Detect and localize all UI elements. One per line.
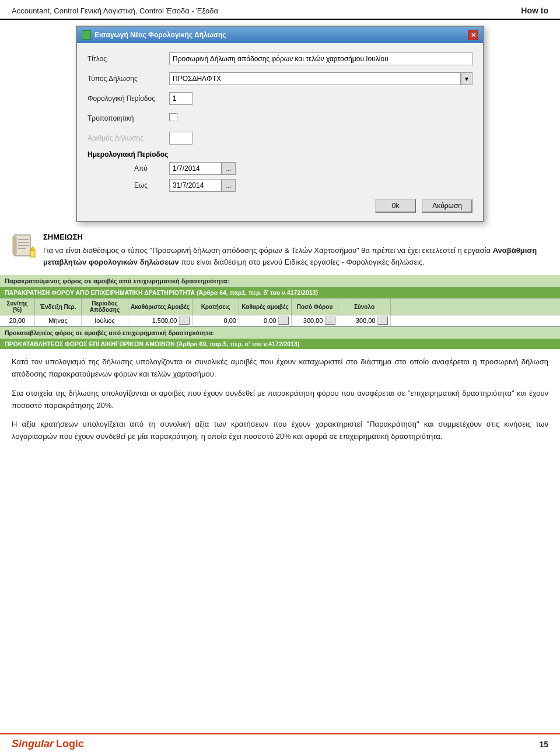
arith-input <box>169 132 192 145</box>
typos-row: Τύπος Δήλωσης ▼ <box>88 71 473 86</box>
page-header: Accountant, Control Γενική Λογιστική, Co… <box>0 0 560 20</box>
table-footer-header: Προκαταβλητέος φόρος σε αμοιβές από επιχ… <box>0 326 560 339</box>
col-header-per: Περίοδος Απόδοσης <box>82 298 128 315</box>
titlos-label: Τίτλος <box>88 55 169 63</box>
apo-row: Από ... <box>88 162 473 175</box>
tropo-field <box>169 113 473 124</box>
note-title: ΣΗΜΕΙΩΣΗ <box>43 233 548 241</box>
titlos-row: Τίτλος <box>88 51 473 66</box>
cell-per: Ιούλιος <box>82 315 128 326</box>
svg-marker-6 <box>30 250 35 257</box>
eos-date-button[interactable]: ... <box>222 179 236 192</box>
note-text: Για να είναι διαθέσιμος ο τύπος "Προσωρι… <box>43 245 548 268</box>
period-label: Φορολογική Περίοδος <box>88 94 169 103</box>
dialog-title-icon <box>82 30 91 40</box>
table-header1: Παρακρατούμενος φόρος σε αμοιβές από επι… <box>0 275 560 287</box>
typos-label: Τύπος Δήλωσης <box>88 75 169 83</box>
col-header-end: Ένδειξη Περ. <box>35 298 82 315</box>
dialog-buttons: 0k Ακύρωση <box>88 199 473 215</box>
typos-input[interactable] <box>169 72 461 85</box>
note-content: ΣΗΜΕΙΩΣΗ Για να είναι διαθέσιμος ο τύπος… <box>43 233 548 268</box>
apo-input[interactable] <box>169 162 222 175</box>
svg-marker-7 <box>30 247 35 250</box>
note-text-part2: που είναι διαθέσιμη στο μενού Ειδικές ερ… <box>179 258 425 266</box>
col-header-pos: Ποσό Φόρου <box>292 298 338 315</box>
svg-rect-1 <box>13 237 16 254</box>
period-row: Φορολογική Περίοδος <box>88 91 473 106</box>
page-number: 15 <box>539 740 548 749</box>
col-header-syn: Συν/τής (%) <box>0 298 35 315</box>
col-header-aka: Ακαθάριστες Αμοιβές <box>128 298 192 315</box>
note-icon <box>12 234 36 258</box>
dialog-close-button[interactable]: ✕ <box>468 30 478 40</box>
col-header-syn2: Σύνολο <box>338 298 391 315</box>
logo-logic-text: Logic <box>56 738 84 750</box>
note-section: ΣΗΜΕΙΩΣΗ Για να είναι διαθέσιμος ο τύπος… <box>12 233 548 268</box>
table-footer-subheader: ΠΡΟΚΑΤΑΒΛΗΤΕΟΣ ΦΟΡΟΣ ΕΠΙ ΔΙΚΗΓΟΡΙΚΩΝ ΑΜΟ… <box>0 339 560 349</box>
tropo-label: Τροποποιητική <box>88 114 169 122</box>
tropo-row: Τροποποιητική <box>88 111 473 126</box>
dialog-titlebar: Εισαγωγή Νέας Φορολογικής Δήλωσης ✕ <box>77 27 483 43</box>
cell-syn2: 300,00 ... <box>338 315 391 326</box>
col-header-kath: Καθαρές αμοιβές <box>239 298 292 315</box>
ok-button[interactable]: 0k <box>375 199 416 213</box>
footer-logo: Singular Logic <box>12 738 84 750</box>
arith-row: Αριθμός Δήλωσης <box>88 131 473 146</box>
eos-input[interactable] <box>169 179 222 192</box>
arith-label: Αριθμός Δήλωσης <box>88 134 169 142</box>
syn2-btn[interactable]: ... <box>377 317 388 325</box>
table-section: Παρακρατούμενος φόρος σε αμοιβές από επι… <box>0 275 560 349</box>
typos-field: ▼ <box>169 72 473 85</box>
header-right-text: How to <box>521 6 548 15</box>
apo-input-group: ... <box>169 162 236 175</box>
cell-kra: 0,00 <box>192 315 239 326</box>
page-footer: Singular Logic 15 <box>0 733 560 750</box>
kath-btn[interactable]: ... <box>278 317 289 325</box>
table-col-headers: Συν/τής (%) Ένδειξη Περ. Περίοδος Απόδοσ… <box>0 298 560 315</box>
aka-btn[interactable]: ... <box>179 317 190 325</box>
titlos-input[interactable] <box>169 52 473 65</box>
dialog-outer: Εισαγωγή Νέας Φορολογικής Δήλωσης ✕ Τίτλ… <box>76 26 484 222</box>
cell-kath: 0,00 ... <box>239 315 292 326</box>
section-title: Ημερολογιακή Περίοδος <box>88 150 473 159</box>
apo-date-button[interactable]: ... <box>222 162 236 175</box>
dialog-title-text: Εισαγωγή Νέας Φορολογικής Δήλωσης <box>94 31 226 39</box>
eos-row: Εως ... <box>88 179 473 192</box>
cell-end: Μήνας <box>35 315 82 326</box>
dialog-window: Εισαγωγή Νέας Φορολογικής Δήλωσης ✕ Τίτλ… <box>76 26 484 222</box>
cancel-button[interactable]: Ακύρωση <box>422 199 473 213</box>
note-text-part1: Για να είναι διαθέσιμος ο τύπος "Προσωρι… <box>43 246 493 255</box>
logo-singular-text: Singular <box>12 738 54 750</box>
arith-field <box>169 132 473 145</box>
col-header-kra: Κρατήσεις <box>192 298 239 315</box>
cell-aka: 1.500,00 ... <box>128 315 192 326</box>
apo-label: Από <box>134 164 169 173</box>
titlos-field <box>169 52 473 65</box>
table-row: 20,00 Μήνας Ιούλιος 1.500,00 ... 0,00 0,… <box>0 315 560 326</box>
period-field <box>169 92 473 105</box>
period-input[interactable] <box>169 92 192 105</box>
eos-label: Εως <box>134 181 169 189</box>
body-paragraph-3: Η αξία κρατήσεων υπολογίζεται από τη συν… <box>12 419 548 443</box>
tropo-checkbox[interactable] <box>169 113 177 121</box>
body-paragraph-1: Κατά τον υπολογισμό της δήλωσης υπολογίζ… <box>12 356 548 381</box>
header-left-text: Accountant, Control Γενική Λογιστική, Co… <box>12 6 218 15</box>
cell-pos: 300,00 ... <box>292 315 338 326</box>
titlebar-left: Εισαγωγή Νέας Φορολογικής Δήλωσης <box>82 30 226 40</box>
pos-btn[interactable]: ... <box>325 317 335 325</box>
table-subheader1: ΠΑΡΑΚΡΑΤΗΣΗ ΦΟΡΟΥ ΑΠΟ ΕΠΙΧΕΙΡΗΜΑΤΙΚΗ ΔΡΑ… <box>0 287 560 298</box>
dialog-body: Τίτλος Τύπος Δήλωσης ▼ Φορολογική Περίοδ… <box>77 43 483 221</box>
body-paragraph-2: Στα στοιχεία της δήλωσης υπολογίζονται ο… <box>12 388 548 412</box>
eos-input-group: ... <box>169 179 236 192</box>
cell-syn: 20,00 <box>0 315 35 326</box>
typos-dropdown-arrow[interactable]: ▼ <box>461 72 473 85</box>
